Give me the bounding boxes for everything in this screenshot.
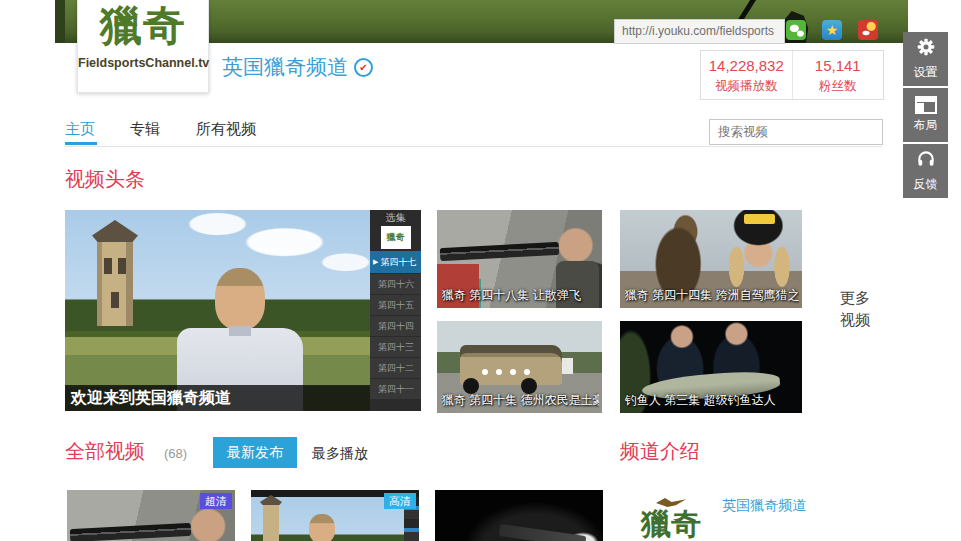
playlist-episode[interactable]: 第四十二: [370, 358, 421, 378]
channel-url-input[interactable]: [614, 19, 785, 44]
video-caption: 钓鱼人 第三集 超级钓鱼达人: [625, 392, 799, 409]
tab-divider-line: [65, 146, 882, 147]
feedback-button[interactable]: 反馈: [903, 144, 948, 198]
play-icon: ▶: [373, 258, 378, 266]
video-caption: 獵奇 第四十集 德州农民是土豪: [442, 392, 599, 409]
playlist-thumbnail[interactable]: 獵奇: [381, 226, 411, 249]
video-count: (68): [164, 446, 187, 461]
page-title: 英国獵奇频道✔: [222, 53, 373, 81]
stat-fans-label: 粉丝数: [793, 78, 884, 95]
video-card[interactable]: [435, 490, 603, 541]
playlist-episode[interactable]: 第四十六: [370, 274, 421, 294]
playlist-thumb-logo: 獵奇: [387, 231, 405, 244]
section-title-channel-info: 频道介绍: [620, 438, 700, 465]
channel-logo-card[interactable]: 獵奇 FieldsportsChannel.tv: [77, 0, 209, 93]
headset-icon: [916, 149, 936, 173]
playlist-episode[interactable]: 第四十四: [370, 316, 421, 336]
stat-fans: 15,141 粉丝数: [792, 51, 884, 99]
channel-info-link[interactable]: 英国獵奇频道: [722, 497, 806, 515]
video-card[interactable]: 獵奇 第四十八集 让散弹飞: [437, 210, 602, 308]
feedback-label: 反馈: [914, 176, 938, 193]
player-caption: 欢迎来到英国獵奇频道: [65, 385, 370, 411]
tower-art: [263, 504, 279, 541]
tower-art: [97, 240, 133, 326]
playlist-episode[interactable]: 第四十一: [370, 379, 421, 399]
channel-logo-domain: FieldsportsChannel.tv: [78, 56, 208, 70]
active-tab-underline: [65, 142, 97, 145]
video-card[interactable]: 钓鱼人 第三集 超级钓鱼达人: [620, 321, 802, 413]
quality-badge-uhd: 超清: [200, 493, 232, 509]
playlist-episode[interactable]: 第四十五: [370, 295, 421, 315]
playlist-panel: 选集 獵奇 ▶ 第四十七 第四十六 第四十五 第四十四 第四十三 第四十二 第四…: [370, 210, 421, 411]
channel-info-logo: 獵奇: [636, 498, 706, 540]
verified-badge-icon: ✔: [354, 58, 373, 77]
more-videos-line1: 更多: [840, 287, 870, 309]
stat-plays-value: 14,228,832: [701, 57, 792, 74]
stat-fans-value: 15,141: [793, 57, 884, 74]
video-card[interactable]: 獵奇 第四十四集 跨洲自驾鹰猎之旅: [620, 210, 802, 308]
presenter-art: [309, 514, 335, 541]
main-video-player[interactable]: 欢迎来到英国獵奇频道 选集 獵奇 ▶ 第四十七 第四十六 第四十五 第四十四 第…: [65, 210, 421, 411]
stat-plays: 14,228,832 视频播放数: [701, 51, 792, 99]
side-toolbar: 设置 布局 反馈: [903, 32, 948, 200]
settings-button[interactable]: 设置: [903, 32, 948, 86]
player-video-frame: [65, 210, 370, 411]
video-card[interactable]: 超清: [67, 490, 235, 541]
more-videos-link[interactable]: 更多 视频: [840, 287, 870, 331]
channel-stats-box: 14,228,832 视频播放数 15,141 粉丝数: [700, 50, 884, 100]
layout-icon: [915, 96, 937, 114]
channel-info-logo-symbol: 獵奇: [636, 508, 706, 540]
video-caption: 獵奇 第四十八集 让散弹飞: [442, 287, 599, 304]
settings-label: 设置: [914, 64, 938, 81]
playlist-episode[interactable]: 第四十三: [370, 337, 421, 357]
wechat-icon[interactable]: [786, 20, 806, 40]
sort-newest-button[interactable]: 最新发布: [213, 437, 297, 468]
video-caption: 獵奇 第四十四集 跨洲自驾鹰猎之旅: [625, 287, 799, 304]
quality-badge-hd: 高清: [384, 493, 416, 509]
playlist-episode-label: 第四十七: [380, 256, 416, 269]
video-card[interactable]: 獵奇 第四十集 德州农民是土豪: [437, 321, 602, 413]
video-search-box: [709, 119, 883, 145]
sort-most-played-button[interactable]: 最多播放: [312, 445, 368, 463]
bird-icon: [656, 498, 686, 507]
section-title-headlines: 视频头条: [65, 166, 145, 193]
tab-all-videos[interactable]: 所有视频: [196, 120, 256, 139]
tab-albums[interactable]: 专辑: [130, 120, 160, 139]
gear-icon: [916, 37, 936, 61]
weibo-icon[interactable]: [858, 20, 878, 40]
section-title-all-videos: 全部视频: [65, 438, 145, 465]
layout-button[interactable]: 布局: [903, 88, 948, 142]
playlist-episode-active[interactable]: ▶ 第四十七: [370, 251, 421, 273]
channel-logo-symbol: 獵奇: [78, 0, 208, 52]
tab-home[interactable]: 主页: [65, 120, 95, 139]
video-card[interactable]: 高清: [251, 490, 419, 541]
more-videos-line2: 视频: [840, 309, 870, 331]
search-input[interactable]: [710, 124, 881, 140]
thumbnail-art: [435, 490, 603, 541]
qzone-icon[interactable]: ★: [822, 20, 842, 40]
channel-title-text: 英国獵奇频道: [222, 55, 348, 78]
page-root: ★ 獵奇 FieldsportsChannel.tv 英国獵奇频道✔ 14,22…: [0, 0, 961, 541]
stat-plays-label: 视频播放数: [701, 78, 792, 95]
playlist-header: 选集: [370, 210, 421, 225]
layout-label: 布局: [914, 117, 938, 134]
